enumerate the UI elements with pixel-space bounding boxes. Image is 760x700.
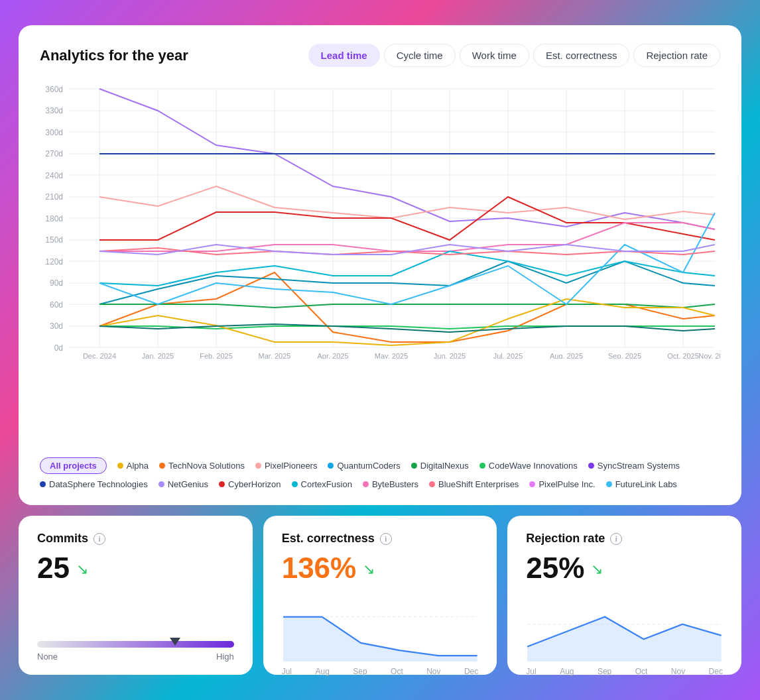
correctness-info-icon[interactable]: i (380, 533, 392, 545)
rejection-card: Rejection rate i 25% ↘ Jul Aug Sep (507, 516, 741, 675)
svg-text:360d: 360d (45, 85, 63, 94)
legend-item-quantumcoders[interactable]: QuantumCoders (328, 461, 400, 471)
legend-item-pixelpioneers[interactable]: PixelPioneers (255, 461, 318, 471)
svg-text:Jul, 2025: Jul, 2025 (493, 352, 523, 359)
svg-text:30d: 30d (50, 321, 63, 331)
legend-item-technova[interactable]: TechNova Solutions (159, 461, 245, 471)
commits-card: Commits i 25 ↘ None High (19, 516, 253, 675)
commits-info-icon[interactable]: i (94, 533, 105, 545)
svg-text:270d: 270d (45, 149, 63, 158)
rejection-arrow: ↘ (591, 561, 603, 578)
svg-text:Dec, 2024: Dec, 2024 (83, 352, 116, 359)
legend-item-blueshift[interactable]: BlueShift Enterprises (429, 479, 519, 489)
svg-text:330d: 330d (45, 106, 63, 115)
chart-area: 360d 330d 300d 270d 240d 210d 180d 150d … (40, 80, 720, 449)
commits-value-row: 25 ↘ (37, 554, 234, 583)
commits-value: 25 (37, 554, 70, 583)
correctness-arrow: ↘ (363, 561, 375, 578)
tab-rejection-rate[interactable]: Rejection rate (633, 44, 720, 67)
rejection-header: Rejection rate i (526, 532, 723, 546)
legend-item-digitalnexus[interactable]: DigitalNexus (411, 461, 469, 471)
rejection-value-row: 25% ↘ (526, 554, 723, 583)
svg-text:150d: 150d (45, 235, 63, 245)
rejection-chart-svg (526, 602, 723, 662)
bottom-row: Commits i 25 ↘ None High Est. correctnes… (19, 516, 741, 675)
legend-item-alpha[interactable]: Alpha (117, 461, 149, 471)
legend-item-bytebusters[interactable]: ByteBusters (363, 479, 418, 489)
correctness-header: Est. correctness i (282, 532, 479, 546)
legend-item-cyberhorizon[interactable]: CyberHorizon (219, 479, 281, 489)
legend-area: All projects Alpha TechNova Solutions Pi… (40, 457, 720, 489)
main-analytics-card: Analytics for the year Lead time Cycle t… (19, 25, 741, 505)
svg-text:Oct, 2025: Oct, 2025 (667, 352, 699, 359)
svg-text:180d: 180d (45, 214, 63, 223)
rejection-mini-chart: Jul Aug Sep Oct Nov Dec (526, 602, 723, 662)
svg-text:0d: 0d (54, 343, 63, 353)
svg-text:90d: 90d (50, 278, 63, 288)
svg-text:May, 2025: May, 2025 (375, 352, 409, 359)
svg-text:Jun, 2025: Jun, 2025 (434, 352, 466, 359)
commits-slider-container: None High (37, 625, 234, 662)
commits-slider-labels: None High (37, 652, 234, 662)
svg-text:120d: 120d (45, 257, 63, 266)
correctness-x-labels: Jul Aug Sep Oct Nov Dec (282, 667, 479, 676)
main-chart: 360d 330d 300d 270d 240d 210d 180d 150d … (40, 80, 720, 359)
commits-slider-thumb (170, 638, 180, 646)
rejection-info-icon[interactable]: i (610, 533, 622, 545)
legend-item-codewave[interactable]: CodeWave Innovations (479, 461, 578, 471)
svg-text:Feb, 2025: Feb, 2025 (200, 352, 233, 359)
tab-work-time[interactable]: Work time (460, 44, 529, 67)
correctness-chart-svg (282, 602, 479, 662)
legend-item-cortexfusion[interactable]: CortexFusion (292, 479, 352, 489)
correctness-card: Est. correctness i 136% ↘ Jul Aug (263, 516, 497, 675)
correctness-mini-chart: Jul Aug Sep Oct Nov Dec (282, 602, 479, 662)
slider-max-label: High (216, 652, 234, 662)
outer-container: Analytics for the year Lead time Cycle t… (19, 25, 741, 675)
commits-header: Commits i (37, 532, 234, 546)
page-title: Analytics for the year (40, 47, 188, 64)
svg-text:Sep, 2025: Sep, 2025 (608, 352, 641, 359)
rejection-value: 25% (526, 554, 584, 583)
svg-text:Nov, 2025: Nov, 2025 (698, 352, 720, 359)
legend-item-netgenius[interactable]: NetGenius (158, 479, 208, 489)
legend-item-datasphere[interactable]: DataSphere Technologies (40, 479, 148, 489)
svg-text:Aug, 2025: Aug, 2025 (550, 352, 583, 359)
svg-marker-52 (527, 617, 722, 662)
commits-slider-track[interactable] (37, 641, 234, 648)
card-header: Analytics for the year Lead time Cycle t… (40, 44, 720, 67)
svg-text:240d: 240d (45, 171, 63, 180)
svg-text:Jan, 2025: Jan, 2025 (142, 352, 174, 359)
slider-min-label: None (37, 652, 58, 662)
commits-arrow: ↘ (76, 561, 88, 578)
tab-cycle-time[interactable]: Cycle time (384, 44, 456, 67)
svg-text:300d: 300d (45, 128, 63, 137)
legend-item-pixelpulse[interactable]: PixelPulse Inc. (529, 479, 595, 489)
tab-group: Lead time Cycle time Work time Est. corr… (308, 44, 720, 67)
svg-text:210d: 210d (45, 192, 63, 202)
legend-all-projects[interactable]: All projects (40, 457, 107, 474)
tab-lead-time[interactable]: Lead time (308, 44, 380, 67)
tab-est-correctness[interactable]: Est. correctness (533, 44, 630, 67)
svg-text:60d: 60d (50, 300, 63, 310)
correctness-value-row: 136% ↘ (282, 554, 479, 583)
correctness-value: 136% (282, 554, 357, 583)
svg-text:Mar, 2025: Mar, 2025 (259, 352, 291, 359)
legend-item-syncstream[interactable]: SyncStream Systems (588, 461, 680, 471)
rejection-x-labels: Jul Aug Sep Oct Nov Dec (526, 667, 723, 676)
svg-text:Apr, 2025: Apr, 2025 (317, 352, 348, 359)
legend-item-futurelink[interactable]: FutureLink Labs (606, 479, 677, 489)
